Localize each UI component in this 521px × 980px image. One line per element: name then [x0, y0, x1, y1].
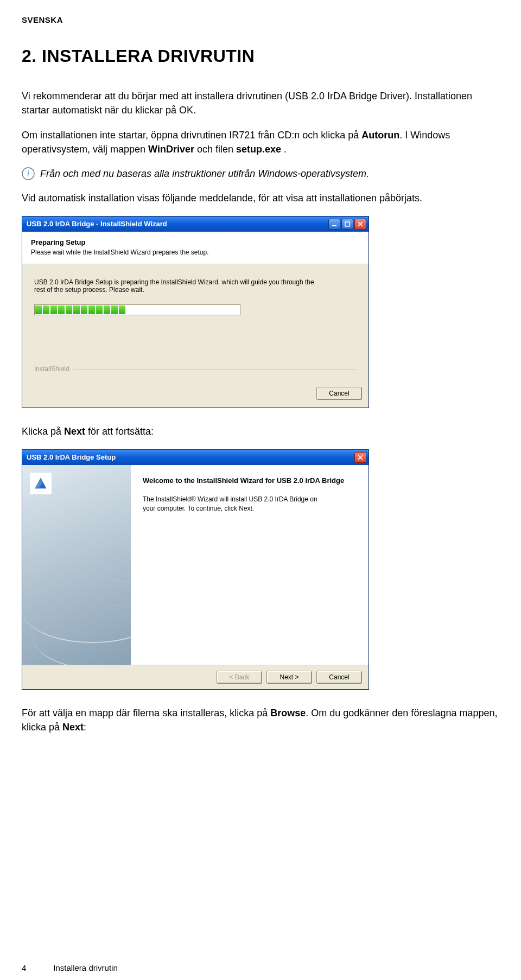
paragraph-5-e: :: [84, 722, 86, 733]
progress-segment: [88, 306, 95, 314]
maximize-icon[interactable]: [341, 219, 353, 230]
paragraph-4: Klicka på Next för att fortsätta:: [22, 424, 499, 438]
wizard-side-graphic: [22, 465, 131, 665]
footer-title: Installera drivrutin: [53, 963, 117, 972]
welcome-body: The InstallShield® Wizard will install U…: [143, 495, 327, 513]
preparing-title: Preparing Setup: [31, 238, 360, 246]
paragraph-2-windriver: WinDriver: [148, 144, 194, 155]
page-footer: 4 Installera drivrutin: [22, 963, 118, 972]
paragraph-4-a: Klicka på: [22, 426, 64, 437]
paragraph-5-a: För att välja en mapp där filerna ska in…: [22, 708, 270, 718]
installshield-welcome-dialog: USB 2.0 IrDA Bridge Setup Welcome to the…: [22, 449, 369, 690]
back-button: < Back: [217, 671, 262, 684]
progress-segment: [66, 306, 72, 314]
preparing-body-text: USB 2.0 IrDA Bridge Setup is preparing t…: [34, 278, 316, 294]
dialog2-body: Welcome to the InstallShield Wizard for …: [22, 465, 368, 665]
paragraph-2-autorun: Autorun: [361, 130, 399, 141]
progress-segment: [119, 306, 125, 314]
page-number: 4: [22, 963, 26, 972]
cancel-button[interactable]: Cancel: [316, 387, 362, 400]
paragraph-2-e: och filen: [194, 144, 236, 155]
paragraph-1: Vi rekommenderar att du börjar med att i…: [22, 89, 499, 117]
welcome-title: Welcome to the InstallShield Wizard for …: [143, 476, 357, 486]
close-icon[interactable]: [354, 452, 366, 463]
dialog1-title-text: USB 2.0 IrDA Bridge - InstallShield Wiza…: [27, 220, 167, 228]
progress-segment: [35, 306, 42, 314]
progress-segment: [58, 306, 65, 314]
progress-segment: [81, 306, 87, 314]
page-header-language: SVENSKA: [22, 15, 499, 24]
progress-segment: [50, 306, 57, 314]
dialog2-title-text: USB 2.0 IrDA Bridge Setup: [27, 453, 116, 461]
paragraph-5: För att välja en mapp där filerna ska in…: [22, 706, 499, 734]
progress-segment: [43, 306, 49, 314]
next-button[interactable]: Next >: [266, 671, 312, 684]
info-text: Från och med nu baseras alla instruktion…: [40, 167, 369, 181]
paragraph-3: Vid automatisk installation visas följan…: [22, 191, 499, 205]
preparing-subtitle: Please wait while the InstallShield Wiza…: [31, 249, 360, 256]
paragraph-5-browse: Browse: [270, 708, 306, 718]
installshield-logo-icon: [30, 473, 52, 494]
dialog1-body: USB 2.0 IrDA Bridge Setup is preparing t…: [22, 264, 368, 385]
paragraph-4-next: Next: [64, 426, 85, 437]
paragraph-5-next: Next: [62, 722, 84, 733]
installshield-preparing-dialog: USB 2.0 IrDA Bridge - InstallShield Wiza…: [22, 216, 369, 408]
paragraph-2-a: Om installationen inte startar, öppna dr…: [22, 130, 361, 141]
dialog1-titlebar: USB 2.0 IrDA Bridge - InstallShield Wiza…: [22, 217, 368, 232]
close-icon[interactable]: [354, 219, 366, 230]
dialog1-header-panel: Preparing Setup Please wait while the In…: [22, 232, 368, 264]
svg-rect-2: [332, 225, 336, 226]
section-heading: 2. INSTALLERA DRIVRUTIN: [22, 46, 499, 66]
dialog2-titlebar: USB 2.0 IrDA Bridge Setup: [22, 450, 368, 465]
wizard-main-panel: Welcome to the InstallShield Wizard for …: [131, 465, 368, 665]
progress-segment: [111, 306, 118, 314]
info-icon: i: [22, 167, 35, 180]
svg-text:i: i: [27, 169, 29, 178]
progress-bar: [34, 304, 240, 315]
progress-segment: [73, 306, 80, 314]
dialog1-button-row: Cancel: [22, 385, 368, 408]
installshield-brand: InstallShield: [34, 370, 357, 379]
paragraph-2-setup: setup.exe: [236, 144, 281, 155]
cancel-button[interactable]: Cancel: [316, 671, 362, 684]
paragraph-2: Om installationen inte startar, öppna dr…: [22, 128, 499, 156]
info-callout: i Från och med nu baseras alla instrukti…: [22, 167, 499, 181]
minimize-icon[interactable]: [328, 219, 340, 230]
progress-segment: [104, 306, 110, 314]
progress-segment: [96, 306, 103, 314]
paragraph-4-c: för att fortsätta:: [85, 426, 154, 437]
paragraph-2-g: .: [281, 144, 287, 155]
dialog2-button-row: < Back Next > Cancel: [22, 665, 368, 689]
svg-rect-3: [345, 222, 350, 226]
